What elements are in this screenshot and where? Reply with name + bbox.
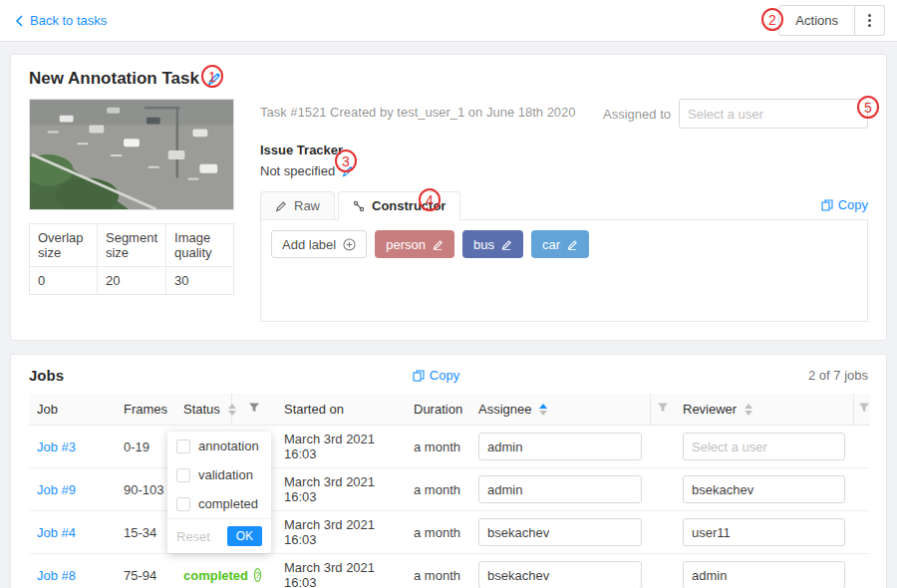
- status-sorter-icon[interactable]: [228, 404, 236, 416]
- filter-reset-button[interactable]: Reset: [176, 529, 210, 544]
- col-header-started: Started on: [276, 394, 406, 426]
- job-started: March 3rd 2021 16:03: [276, 426, 406, 468]
- edit-label-icon[interactable]: [433, 239, 444, 250]
- job-frames: 15-34: [116, 511, 175, 554]
- label-chip-name: person: [386, 237, 426, 252]
- assigned-to-label: Assigned to: [603, 107, 671, 122]
- filter-option-completed[interactable]: completed: [167, 489, 271, 518]
- label-chip-name: car: [542, 237, 560, 252]
- edit-issue-tracker-icon[interactable]: [342, 165, 354, 177]
- col-header-duration: Duration: [406, 394, 470, 426]
- filter-icon: [248, 402, 260, 414]
- edit-task-name-icon[interactable]: [207, 72, 221, 86]
- job-link[interactable]: Job #9: [37, 482, 76, 497]
- back-to-tasks-link[interactable]: Back to tasks: [14, 13, 107, 28]
- labels-tabs-bar: Raw Constructor Copy: [260, 191, 868, 220]
- job-link[interactable]: Job #3: [37, 440, 76, 454]
- label-chip-person[interactable]: person: [375, 230, 454, 258]
- job-link[interactable]: Job #8: [37, 568, 76, 583]
- labels-copy-link[interactable]: Copy: [821, 197, 868, 219]
- filter-ok-button[interactable]: OK: [227, 526, 262, 546]
- param-value-quality: 30: [166, 267, 234, 295]
- job-assignee-input[interactable]: [478, 475, 642, 503]
- tab-constructor[interactable]: Constructor: [338, 191, 460, 220]
- status-filter-dropdown: annotation validation completed Reset OK: [167, 432, 271, 553]
- job-frames: 75-94: [116, 554, 175, 588]
- col-header-job: Job: [29, 394, 116, 426]
- job-started: March 3rd 2021 16:03: [276, 511, 406, 554]
- add-label-text: Add label: [282, 237, 336, 252]
- checkbox-icon[interactable]: [176, 468, 190, 482]
- param-value-segment: 20: [97, 267, 165, 295]
- label-constructor-panel: Add label person bus: [260, 220, 868, 322]
- copy-icon: [821, 199, 833, 211]
- reviewer-filter-button[interactable]: [853, 394, 870, 426]
- back-to-tasks-label: Back to tasks: [30, 13, 107, 28]
- job-started: March 3rd 2021 16:03: [276, 554, 406, 588]
- assignee-sorter-icon[interactable]: [539, 404, 547, 416]
- job-duration: a month: [406, 554, 470, 588]
- checkbox-icon[interactable]: [176, 497, 190, 511]
- actions-button[interactable]: Actions: [778, 5, 855, 36]
- job-duration: a month: [406, 511, 470, 554]
- job-frames: 90-103: [116, 468, 175, 511]
- jobs-table-header-row: Job Frames Status Started on Duration: [29, 394, 870, 426]
- edit-label-icon[interactable]: [501, 239, 512, 250]
- more-menu-button[interactable]: [855, 5, 885, 36]
- job-reviewer-input[interactable]: [683, 475, 845, 503]
- issue-tracker-value: Not specified: [260, 163, 335, 178]
- job-row: Job #8 75-94 completed ? March 3rd 2021 …: [29, 554, 870, 588]
- filter-icon: [657, 402, 669, 414]
- tab-constructor-label: Constructor: [372, 198, 446, 213]
- task-title-row: New Annotation Task: [29, 69, 868, 89]
- jobs-copy-label: Copy: [430, 368, 459, 383]
- task-preview-image: [29, 99, 234, 210]
- job-assignee-input[interactable]: [478, 561, 642, 588]
- job-status-completed: completed ?: [183, 568, 223, 583]
- tab-raw-label: Raw: [294, 198, 320, 213]
- job-row: Job #4 15-34 March 3rd 2021 16:03 a mont…: [29, 511, 870, 554]
- jobs-count: 2 of 7 jobs: [808, 368, 868, 383]
- job-reviewer-input[interactable]: [683, 433, 845, 460]
- jobs-table: Job Frames Status Started on Duration: [29, 394, 870, 588]
- task-assignee-input[interactable]: [679, 99, 868, 129]
- job-assignee-input[interactable]: [478, 518, 642, 546]
- job-frames: 0-19: [116, 426, 175, 468]
- col-header-status[interactable]: Status: [175, 394, 231, 426]
- job-link[interactable]: Job #4: [37, 525, 76, 540]
- edit-icon: [275, 200, 287, 212]
- plus-circle-icon: [343, 238, 356, 251]
- job-row: Job #9 90-103 March 3rd 2021 16:03 a mon…: [29, 468, 870, 511]
- col-header-reviewer[interactable]: Reviewer: [675, 394, 853, 426]
- checkbox-icon[interactable]: [176, 440, 190, 453]
- label-chip-bus[interactable]: bus: [462, 230, 523, 258]
- filter-icon: [858, 402, 870, 414]
- edit-label-icon[interactable]: [567, 239, 578, 250]
- reviewer-sorter-icon[interactable]: [745, 404, 752, 416]
- param-value-overlap: 0: [30, 267, 98, 295]
- status-help-icon[interactable]: ?: [254, 568, 261, 582]
- job-reviewer-input[interactable]: [683, 561, 845, 588]
- job-reviewer-input[interactable]: [683, 518, 845, 546]
- actions-button-group: Actions: [778, 5, 885, 36]
- task-details-card: New Annotation Task: [10, 54, 887, 341]
- filter-option-validation[interactable]: validation: [167, 460, 271, 489]
- add-label-button[interactable]: Add label: [271, 230, 367, 258]
- task-right-column: Task #1521 Created by test_user_1 on Jun…: [260, 99, 868, 322]
- tab-raw[interactable]: Raw: [260, 191, 335, 219]
- status-filter-button[interactable]: [231, 394, 276, 426]
- task-left-column: Overlap size Segment size Image quality …: [29, 99, 234, 322]
- label-chip-car[interactable]: car: [531, 230, 589, 258]
- assigned-to-group: Assigned to: [603, 99, 868, 129]
- assignee-filter-button[interactable]: [650, 394, 675, 426]
- task-meta-text: Task #1521 Created by test_user_1 on Jun…: [260, 99, 576, 120]
- constructor-icon: [353, 200, 365, 212]
- col-header-assignee[interactable]: Assignee: [470, 394, 650, 426]
- job-assignee-input[interactable]: [478, 433, 642, 460]
- param-header-quality: Image quality: [166, 224, 234, 267]
- filter-option-annotation[interactable]: annotation: [167, 432, 271, 460]
- param-header-segment: Segment size: [97, 224, 165, 267]
- jobs-copy-link[interactable]: Copy: [413, 368, 459, 383]
- jobs-title: Jobs: [29, 367, 64, 384]
- topbar: Back to tasks Actions: [0, 0, 897, 42]
